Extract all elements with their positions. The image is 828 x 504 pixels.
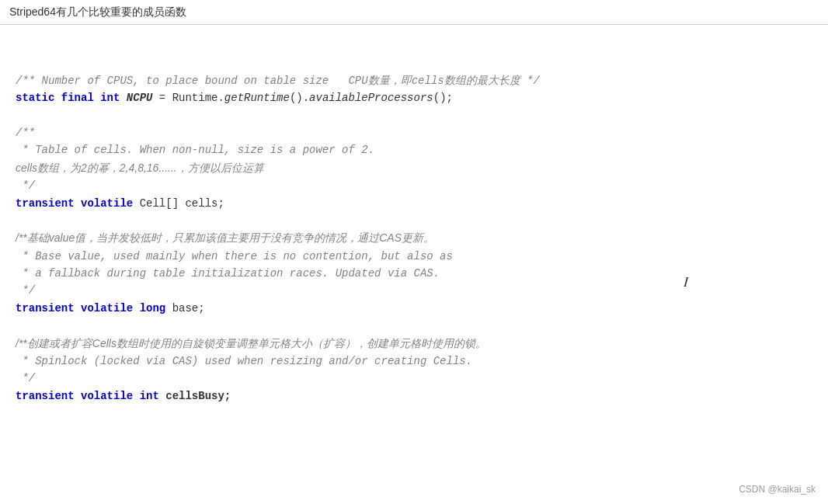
- title-bar: Striped64有几个比较重要的成员函数: [0, 0, 828, 25]
- comment-cellsbusy-chinese: /**创建或者扩容Cells数组时使用的自旋锁变量调整单元格大小（扩容），创建单…: [16, 337, 486, 349]
- comment-base-1: * Base value, used mainly when there is …: [16, 250, 453, 262]
- comment-cellsbusy-end: */: [16, 372, 35, 384]
- cursor-indicator: 𝐼: [684, 274, 688, 290]
- comment-cells-chinese: cells数组，为2的幂，2,4,8,16......，方便以后位运算: [16, 162, 264, 174]
- keyword-int: int: [140, 390, 166, 402]
- keyword-transient2: transient volatile: [16, 302, 140, 315]
- keyword-transient-volatile: transient volatile: [16, 197, 140, 210]
- cellsbusy-code: cellsBusy;: [165, 390, 231, 402]
- keyword-static: static final int: [16, 92, 127, 104]
- code-area: /** Number of CPUS, to place bound on ta…: [0, 25, 828, 504]
- code-line-ncpu: static final int NCPU = Runtime.getRunti…: [16, 92, 453, 104]
- ncpu-var: NCPU: [127, 92, 153, 104]
- comment-base-2: * a fallback during table initialization…: [16, 267, 440, 280]
- comment-cells-end: */: [16, 179, 35, 192]
- code-line-cellsbusy: transient volatile int cellsBusy;: [16, 390, 231, 402]
- comment-cells-1: /**: [16, 127, 35, 139]
- watermark: CSDN @kaikai_sk: [739, 484, 816, 495]
- page-container: Striped64有几个比较重要的成员函数 /** Number of CPUS…: [0, 0, 828, 504]
- code-section-ncpu: /** Number of CPUS, to place bound on ta…: [16, 37, 812, 422]
- base-code: base;: [172, 302, 205, 315]
- keyword-long: long: [140, 302, 172, 315]
- code-line-base: transient volatile long base;: [16, 302, 205, 315]
- cells-code: Cell[] cells;: [140, 197, 224, 210]
- comment-cells-2: * Table of cells. When non-null, size is…: [16, 144, 374, 156]
- comment-cellsbusy-1: * Spinlock (locked via CAS) used when re…: [16, 355, 472, 367]
- keyword-transient3: transient volatile: [16, 390, 140, 402]
- page-title: Striped64有几个比较重要的成员函数: [9, 5, 186, 19]
- ncpu-code: = Runtime.getRuntime().availableProcesso…: [152, 92, 453, 104]
- comment-base-chinese: /**基础value值，当并发较低时，只累加该值主要用于没有竞争的情况，通过CA…: [16, 231, 434, 244]
- comment-base-end: */: [16, 284, 35, 297]
- comment-ncpu: /** Number of CPUS, to place bound on ta…: [16, 75, 540, 87]
- code-line-cells: transient volatile Cell[] cells;: [16, 197, 224, 210]
